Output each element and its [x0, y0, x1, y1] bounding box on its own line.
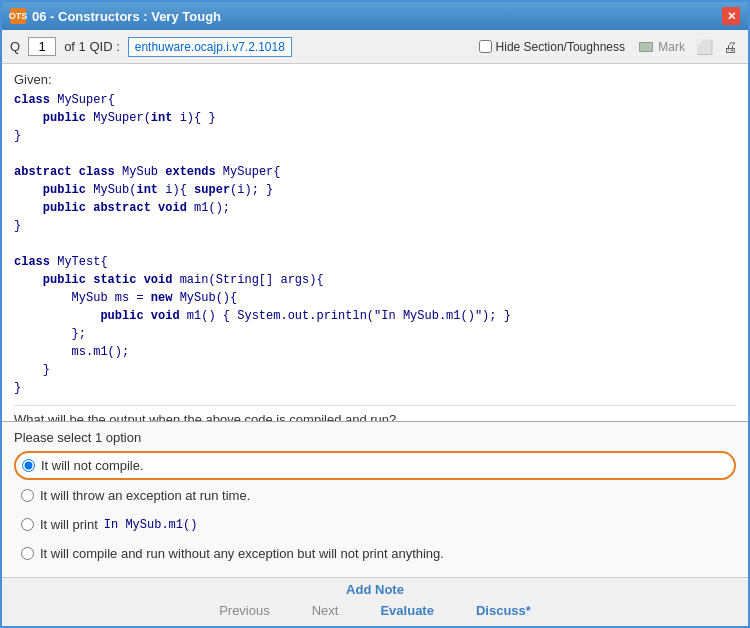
hide-section-checkbox[interactable] — [479, 40, 492, 53]
options-area: Please select 1 option It will not compi… — [2, 421, 748, 577]
toolbar-icons: ⬜ 🖨 — [693, 38, 740, 56]
title-bar: OTS 06 - Constructors : Very Tough ✕ — [2, 2, 748, 30]
code-line-16: } — [14, 361, 736, 379]
toolbar: Q of 1 QID : Hide Section/Toughness Mark… — [2, 30, 748, 64]
option-3-code: In MySub.m1() — [104, 518, 198, 532]
code-line-4 — [14, 145, 736, 163]
code-line-10: class MyTest{ — [14, 253, 736, 271]
code-line-17: } — [14, 379, 736, 397]
option-3[interactable]: It will print In MySub.m1() — [14, 511, 736, 538]
mark-label: Mark — [639, 40, 685, 54]
next-button[interactable]: Next — [306, 601, 345, 620]
hide-section-label[interactable]: Hide Section/Toughness — [479, 40, 625, 54]
code-line-14: }; — [14, 325, 736, 343]
footer: Add Note Previous Next Evaluate Discuss* — [2, 577, 748, 626]
option-1-text: It will not compile. — [41, 458, 144, 473]
option-2[interactable]: It will throw an exception at run time. — [14, 482, 736, 509]
window-icon-btn[interactable]: ⬜ — [693, 38, 716, 56]
option-2-radio[interactable] — [21, 489, 34, 502]
discuss-button[interactable]: Discuss* — [470, 601, 537, 620]
title-bar-left: OTS 06 - Constructors : Very Tough — [10, 8, 221, 24]
question-number-input[interactable] — [28, 37, 56, 56]
option-4-text: It will compile and run without any exce… — [40, 546, 444, 561]
options-header: Please select 1 option — [14, 430, 736, 445]
code-line-3: } — [14, 127, 736, 145]
code-line-8: } — [14, 217, 736, 235]
previous-button[interactable]: Previous — [213, 601, 276, 620]
option-4-radio[interactable] — [21, 547, 34, 560]
code-block: class MySuper{ public MySuper(int i){ } … — [14, 91, 736, 397]
main-content-wrapper: Given: class MySuper{ public MySuper(int… — [2, 64, 748, 626]
window-title: 06 - Constructors : Very Tough — [32, 9, 221, 24]
option-4[interactable]: It will compile and run without any exce… — [14, 540, 736, 567]
app-icon: OTS — [10, 8, 26, 24]
option-1[interactable]: It will not compile. — [14, 451, 736, 480]
evaluate-button[interactable]: Evaluate — [374, 601, 439, 620]
code-line-1: class MySuper{ — [14, 91, 736, 109]
code-line-11: public static void main(String[] args){ — [14, 271, 736, 289]
option-1-radio[interactable] — [22, 459, 35, 472]
code-line-9 — [14, 235, 736, 253]
code-line-2: public MySuper(int i){ } — [14, 109, 736, 127]
code-line-15: ms.m1(); — [14, 343, 736, 361]
question-text: What will be the output when the above c… — [14, 405, 736, 421]
print-icon-btn[interactable]: 🖨 — [720, 38, 740, 56]
option-3-text-before: It will print — [40, 517, 98, 532]
code-line-5: abstract class MySub extends MySuper{ — [14, 163, 736, 181]
option-2-text: It will throw an exception at run time. — [40, 488, 250, 503]
close-button[interactable]: ✕ — [722, 7, 740, 25]
option-3-radio[interactable] — [21, 518, 34, 531]
q-label: Q — [10, 39, 20, 54]
code-line-13: public void m1() { System.out.println("I… — [14, 307, 736, 325]
main-window: OTS 06 - Constructors : Very Tough ✕ Q o… — [0, 0, 750, 628]
add-note-link[interactable]: Add Note — [346, 582, 404, 597]
given-label: Given: — [14, 72, 736, 87]
qid-input[interactable] — [128, 37, 292, 57]
code-line-7: public abstract void m1(); — [14, 199, 736, 217]
code-line-12: MySub ms = new MySub(){ — [14, 289, 736, 307]
content-area: Given: class MySuper{ public MySuper(int… — [2, 64, 748, 421]
of-label: of 1 QID : — [64, 39, 120, 54]
footer-nav: Previous Next Evaluate Discuss* — [213, 601, 537, 620]
code-line-6: public MySub(int i){ super(i); } — [14, 181, 736, 199]
